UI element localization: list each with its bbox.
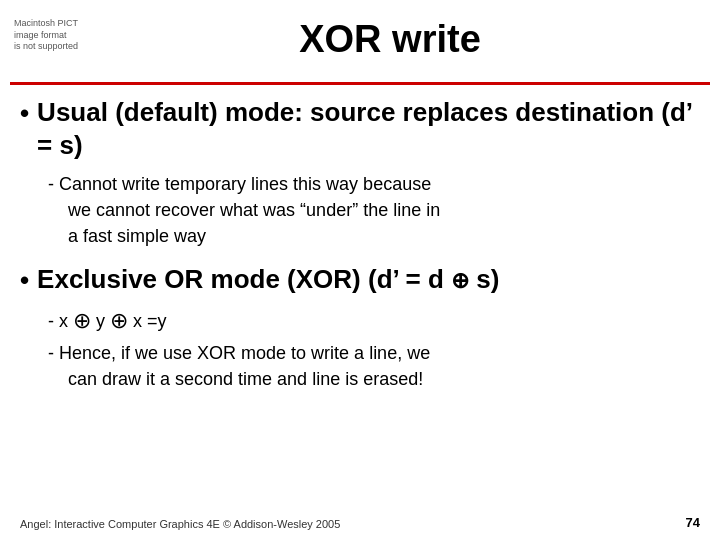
sub-content-1: - Cannot write temporary lines this way …	[48, 171, 700, 249]
sub-content-2: - x ⊕ y ⊕ x =y - Hence, if we use XOR mo…	[48, 306, 700, 392]
bullet-item-2: • Exclusive OR mode (XOR) (d’ = d ⊕ s)	[20, 263, 700, 296]
title-area: XOR write	[100, 18, 680, 61]
bullet-dot-2: •	[20, 265, 29, 296]
title-rule	[10, 82, 710, 85]
bullet-item-1: • Usual (default) mode: source replaces …	[20, 96, 700, 161]
sub-line-2-1: - x ⊕ y ⊕ x =y	[48, 306, 700, 338]
footer: Angel: Interactive Computer Graphics 4E …	[20, 515, 700, 530]
sub-line-1-1: - Cannot write temporary lines this way …	[48, 171, 700, 249]
page-title: XOR write	[299, 18, 481, 60]
pict-notice: Macintosh PICT image format is not suppo…	[14, 18, 94, 53]
sub-line-2-2: - Hence, if we use XOR mode to write a l…	[48, 340, 700, 392]
footer-copyright: Angel: Interactive Computer Graphics 4E …	[20, 518, 340, 530]
bullet-dot-1: •	[20, 98, 29, 129]
content-area: • Usual (default) mode: source replaces …	[20, 96, 700, 500]
bullet-heading-1: Usual (default) mode: source replaces de…	[37, 96, 700, 161]
slide: Macintosh PICT image format is not suppo…	[0, 0, 720, 540]
bullet-heading-2: Exclusive OR mode (XOR) (d’ = d ⊕ s)	[37, 263, 499, 296]
footer-page-number: 74	[686, 515, 700, 530]
